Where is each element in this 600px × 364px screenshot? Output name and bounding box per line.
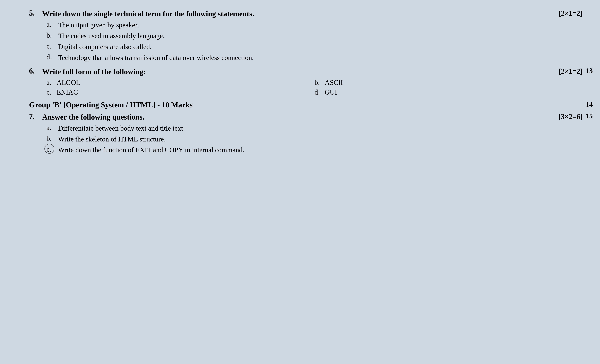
q5-marks: [2×1=2]	[559, 9, 582, 18]
question-6-header: 6. Write full form of the following: [2×…	[29, 67, 582, 77]
q6b-label: b.	[315, 78, 325, 86]
q7c: c. Write down the function of EXIT and C…	[47, 145, 582, 155]
q6-number: 6.	[29, 67, 42, 75]
question-5: 5. Write down the single technical term …	[29, 9, 582, 62]
q7-number: 7.	[29, 112, 42, 121]
q6-sub-items: a. ALGOL b. ASCII c. ENIAC d. GUI	[47, 78, 582, 96]
q5d: d. Technology that allows transmission o…	[47, 53, 582, 63]
q6-text: Write full form of the following:	[42, 67, 553, 77]
q5d-text: Technology that allows transmission of d…	[58, 53, 582, 63]
q7-text: Answer the following questions.	[42, 112, 553, 122]
q6d-text: GUI	[325, 88, 337, 96]
q5c-label: c.	[47, 42, 58, 50]
side-num-14: 14	[586, 101, 593, 109]
q6b-col: b. ASCII	[315, 78, 583, 86]
q7b-label: b.	[47, 134, 58, 142]
q6-row2: c. ENIAC d. GUI	[47, 88, 582, 96]
q5-text: Write down the single technical term for…	[42, 9, 553, 19]
q5-sub-items: a. The output given by speaker. b. The c…	[47, 20, 582, 62]
q7c-label: c.	[47, 145, 58, 153]
q7a-label: a.	[47, 124, 58, 131]
q7a: a. Differentiate between body text and t…	[47, 124, 582, 133]
q5b-text: The codes used in assembly language.	[58, 31, 582, 41]
q6-marks: [2×1=2]	[559, 67, 582, 75]
q5b-label: b.	[47, 31, 58, 39]
side-num-15: 15	[586, 112, 593, 120]
q7-marks: [3×2=6]	[559, 112, 582, 121]
group-b-text: Group 'B' [Operating System / HTML] - 10…	[29, 101, 582, 109]
q7-sub-items: a. Differentiate between body text and t…	[47, 124, 582, 155]
q5b: b. The codes used in assembly language.	[47, 31, 582, 41]
q6c-text: ENIAC	[57, 88, 78, 96]
q6b-text: ASCII	[325, 78, 343, 86]
q6d-col: d. GUI	[315, 88, 583, 96]
side-num-13: 13	[586, 67, 593, 75]
q6c-col: c. ENIAC	[47, 88, 315, 96]
q7b: b. Write the skeleton of HTML structure.	[47, 134, 582, 144]
q6d-label: d.	[315, 88, 325, 96]
q6a-text: ALGOL	[57, 78, 80, 86]
q5a-label: a.	[47, 20, 58, 28]
question-7-header: 7. Answer the following questions. [3×2=…	[29, 112, 582, 122]
q6c-label: c.	[47, 88, 57, 96]
question-7: 7. Answer the following questions. [3×2=…	[29, 112, 582, 155]
q7a-text: Differentiate between body text and titl…	[58, 124, 582, 133]
q6a-col: a. ALGOL	[47, 78, 315, 86]
q6-row1: a. ALGOL b. ASCII	[47, 78, 582, 86]
q7b-text: Write the skeleton of HTML structure.	[58, 134, 582, 144]
exam-page: 5. Write down the single technical term …	[0, 0, 600, 364]
q5c: c. Digital computers are also called.	[47, 42, 582, 52]
question-6: 6. Write full form of the following: [2×…	[29, 67, 582, 96]
question-5-header: 5. Write down the single technical term …	[29, 9, 582, 19]
q5a-text: The output given by speaker.	[58, 20, 582, 30]
q5d-label: d.	[47, 53, 58, 61]
group-b-header: Group 'B' [Operating System / HTML] - 10…	[29, 101, 582, 109]
q5a: a. The output given by speaker.	[47, 20, 582, 30]
q6a-label: a.	[47, 78, 57, 86]
q5c-text: Digital computers are also called.	[58, 42, 582, 52]
q5-number: 5.	[29, 9, 42, 17]
q7c-text: Write down the function of EXIT and COPY…	[58, 145, 582, 155]
circle-decoration	[45, 144, 54, 154]
